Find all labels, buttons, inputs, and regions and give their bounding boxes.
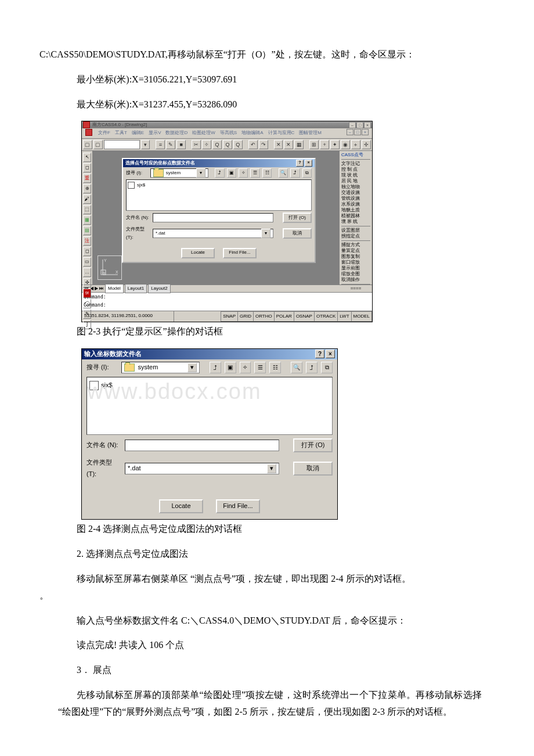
tab-layout1[interactable]: Layout1 (125, 284, 147, 293)
toolbar-button[interactable]: ✎ (166, 140, 175, 149)
preview-button[interactable]: 🔍 (291, 362, 302, 373)
mode-snap[interactable]: SNAP (221, 311, 238, 322)
vtool-button[interactable]: ◯ (83, 299, 91, 308)
help-button[interactable]: ? (296, 160, 304, 167)
minimize-button[interactable]: – (349, 122, 356, 128)
toolbar-button[interactable]: ＋ (351, 140, 360, 149)
menu-item[interactable]: 图幅管理M (299, 129, 322, 137)
toolbar-button[interactable]: Q (233, 140, 243, 149)
menu-item[interactable]: 文件F (98, 129, 110, 137)
menu-item[interactable]: 工具T (115, 129, 127, 137)
vtool-button[interactable]: 重 (83, 174, 91, 183)
vtool-button[interactable]: ↖ (83, 153, 91, 162)
vtool-button[interactable]: ▭ (83, 257, 91, 267)
nav-button[interactable]: ⧉ (302, 168, 312, 178)
layer-combo[interactable] (104, 140, 140, 149)
cad-command-line[interactable]: Command: Command: (82, 292, 372, 311)
vtool-button[interactable]: ◻ (83, 247, 91, 256)
up-folder-button[interactable]: ⮥ (210, 362, 221, 373)
cad-canvas[interactable]: Y X W 选择点号对应的坐标点数据文件名 ? × (93, 151, 339, 285)
close-button[interactable]: × (326, 350, 335, 358)
rpanel-item[interactable]: 缩放全图 (341, 271, 370, 277)
findfile-button[interactable]: Find File... (216, 499, 260, 513)
nav-button[interactable]: ⮥ (306, 362, 317, 373)
toolbar-button[interactable]: ✦ (330, 140, 340, 149)
filename-input[interactable] (153, 213, 273, 222)
rpanel-item[interactable]: 取消操作 (341, 277, 370, 283)
rpanel-item[interactable]: 量算定点 (341, 248, 370, 254)
rpanel-item[interactable]: 拐指定点 (341, 233, 370, 239)
open-button[interactable]: 打开 (O) (283, 213, 312, 223)
tab-model[interactable]: Model (105, 284, 124, 293)
toolbar-button[interactable]: ⊞ (309, 140, 319, 149)
toolbar-button[interactable]: ✢ (362, 140, 371, 149)
rpanel-item[interactable]: 交通设施 (341, 190, 370, 196)
tab-layout2[interactable]: Layout2 (148, 284, 170, 293)
doc-minimize-button[interactable]: – (347, 129, 353, 135)
rpanel-item[interactable]: 文字注记 (341, 161, 370, 167)
rpanel-item[interactable]: 捕捉方式 (341, 242, 370, 248)
close-button[interactable]: × (364, 122, 371, 128)
detail-view-button[interactable]: ☷ (269, 362, 281, 373)
toolbar-button[interactable]: ▢ (83, 140, 92, 149)
rpanel-item[interactable]: 地貌土质 (341, 207, 370, 213)
rpanel-item[interactable]: 显示前图 (341, 265, 370, 271)
vtool-button[interactable]: … (83, 268, 91, 277)
desktop-button[interactable]: ▣ (225, 362, 236, 373)
rpanel-item[interactable]: 管线设施 (341, 196, 370, 201)
locate-button[interactable]: Locate (181, 248, 215, 258)
rpanel-item[interactable]: 图形复制 (341, 254, 370, 260)
rpanel-item[interactable]: 植被园林 (341, 213, 370, 219)
toolbar-button[interactable]: ✕ (284, 140, 293, 149)
rpanel-item[interactable]: 境 界 线 (341, 219, 370, 225)
rpanel-head[interactable]: CASS点号 (341, 152, 370, 158)
chevron-down-icon[interactable]: ▾ (261, 229, 270, 238)
doc-maximize-button[interactable]: □ (354, 129, 361, 135)
maximize-button[interactable]: □ (356, 122, 363, 128)
desktop-button[interactable]: ▣ (227, 168, 236, 178)
toolbar-button[interactable]: ✂ (192, 140, 201, 149)
mode-osnap[interactable]: OSNAP (294, 311, 315, 322)
close-button[interactable]: × (305, 160, 312, 167)
rpanel-item[interactable]: 独立地物 (341, 184, 370, 190)
vtool-button[interactable]: 注 (83, 236, 91, 246)
rpanel-item[interactable]: 窗口缩放 (341, 260, 370, 265)
menu-item[interactable]: 数据处理D (165, 129, 187, 137)
menu-item[interactable]: 编辑E (132, 129, 144, 137)
toolbar-button[interactable]: ■ (176, 140, 186, 149)
filename-input[interactable] (125, 440, 279, 451)
cancel-button[interactable]: 取消 (283, 228, 312, 239)
new-folder-button[interactable]: ✧ (239, 168, 248, 178)
toolbar-button[interactable]: ✧ (202, 140, 211, 149)
file-list[interactable]: sjx$ (86, 377, 333, 435)
tab-next-icon[interactable]: ▶ (95, 285, 98, 293)
tab-last-icon[interactable]: ⏭ (99, 285, 104, 293)
rpanel-item[interactable]: 设置图层 (341, 228, 370, 233)
mode-grid[interactable]: GRID (237, 311, 254, 322)
up-folder-button[interactable]: ⮥ (215, 168, 224, 178)
help-button[interactable]: ? (315, 350, 324, 358)
mode-model[interactable]: MODEL (351, 311, 372, 322)
preview-button[interactable]: 🔍 (279, 168, 288, 178)
vtool-button[interactable]: ⊕ (83, 184, 91, 193)
findfile-button[interactable]: Find File... (223, 248, 257, 258)
open-button[interactable]: 打开 (O) (293, 438, 333, 452)
rpanel-item[interactable]: 水系设施 (341, 201, 370, 207)
locate-button[interactable]: Locate (159, 499, 203, 513)
rpanel-item[interactable]: 控 制 点 (341, 167, 370, 172)
toolbar-button[interactable]: ↶ (248, 140, 258, 149)
list-view-button[interactable]: ☰ (254, 362, 266, 373)
lookin-combo[interactable]: system ▾ (150, 168, 208, 178)
menu-item[interactable]: 显示V (149, 129, 161, 137)
filetype-combo[interactable]: *.dat ▾ (153, 229, 273, 238)
detail-view-button[interactable]: ☷ (262, 168, 272, 178)
filetype-combo[interactable]: *.dat ▾ (125, 463, 279, 474)
toolbar-button[interactable]: ≡ (156, 140, 165, 149)
toolbar-button[interactable]: Q (223, 140, 232, 149)
doc-close-button[interactable]: × (362, 129, 369, 135)
menu-item[interactable]: 等高线S (220, 129, 237, 137)
toolbar-button[interactable]: ▦ (294, 140, 304, 149)
rpanel-item[interactable]: 现 状 线 (341, 172, 370, 178)
mode-otrack[interactable]: OTRACK (314, 311, 338, 322)
list-view-button[interactable]: ☰ (250, 168, 259, 178)
